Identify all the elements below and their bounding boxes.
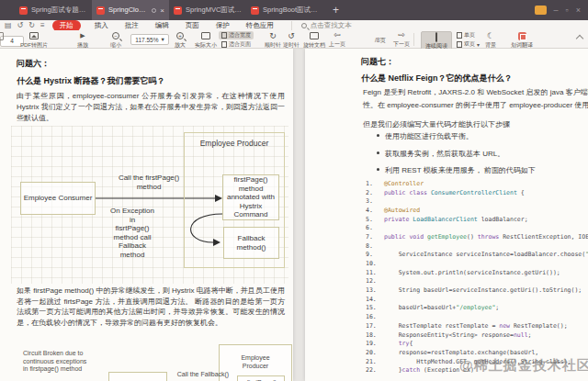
on-exception-label: On Exception in fisrtPage() method call … <box>103 207 162 259</box>
question7-title: 什么是 Netflix Feign？它的优点是什么？ <box>361 73 513 84</box>
circuit-broken-note: Circuit Broken due to continuous excepti… <box>23 350 86 374</box>
pdf-file-icon <box>96 6 105 15</box>
tab-label: SpringMVC面试专题及答案.pdf <box>186 6 242 15</box>
tab-spring[interactable]: Spring面试专题及答案.pdf <box>15 0 92 20</box>
menu-page[interactable]: 页面 <box>177 21 208 30</box>
continuous-reading-icon <box>435 32 437 42</box>
list-item: 使用功能区进行负载平衡。 <box>377 131 588 141</box>
background-button[interactable]: ☾ 背景 <box>485 31 496 50</box>
code-line: 9. ServiceInstance serviceInstance=loadB… <box>366 251 588 260</box>
question6-label: 问题六： <box>17 58 50 70</box>
app-window: Spring面试专题及答案.pdf SpringClou...式专题及答案.pd… <box>0 0 588 381</box>
watermark: @稀土掘金技术社区 <box>459 357 588 375</box>
actual-size-button[interactable]: 实际大小 <box>195 31 217 50</box>
page-layout-stack: 单页 双页 ▾ <box>454 31 482 49</box>
collapse-toolbar-icon[interactable] <box>576 35 583 42</box>
toolbar: PDF转图片 ▶ 播放 − 缩小 117.55% ▾ + 放大 实际大小 适合宽… <box>0 30 588 49</box>
redo-icon[interactable]: ↻ <box>28 20 35 30</box>
moon-icon: ☾ <box>487 31 494 40</box>
clipped-tool-icon[interactable] <box>0 32 4 40</box>
undo-icon[interactable]: ↺ <box>17 20 24 30</box>
question6-paragraph: 由于某些原因，employee-consumer 公开服务会引发异常，在这种情况… <box>17 91 285 124</box>
document-viewport[interactable]: 问题六： 什么是 Hystrix 断路器？我们需要它吗？ 由于某些原因，empl… <box>0 49 588 381</box>
maximize-icon[interactable]: ▫ <box>566 0 569 20</box>
code-block: 1.@Controller2.public class ConsumerCont… <box>366 179 588 375</box>
divider <box>413 33 414 46</box>
play-button[interactable]: ▶ 播放 <box>77 31 88 50</box>
list-item: 获取服务实例，然后获取基本 URL。 <box>377 149 588 159</box>
single-page-icon <box>457 32 462 39</box>
page-total-label: /8页 <box>375 37 386 45</box>
tab-springboot[interactable]: SpringBoot面试专题及答案.pdf <box>246 0 323 20</box>
menu-insert[interactable]: 插入 <box>86 21 117 30</box>
window-close-icon[interactable]: × <box>576 0 581 20</box>
code-line: 1.@Controller <box>366 179 588 188</box>
pdf-file-icon <box>19 6 28 15</box>
pdf-page-right: 问题七： 什么是 Netflix Feign？它的优点是什么？ Feign 是受… <box>305 49 588 381</box>
code-line: 5.private LoadBalancerClient loadBalance… <box>366 215 588 224</box>
rotate-ccw-icon: ↺ <box>288 31 295 40</box>
chevron-down-icon: ▾ <box>477 41 480 48</box>
firstpage-box: firstPage() method annotated with Hystri… <box>222 174 279 220</box>
double-page-button[interactable]: 双页 ▾ <box>454 40 482 49</box>
rotate-ccw-button[interactable]: ↺ 逆时针 <box>283 31 300 50</box>
translate-button[interactable]: 划词翻译 <box>511 31 533 50</box>
tab-springmvc[interactable]: SpringMVC面试专题及答案.pdf <box>169 0 246 20</box>
fit-mode-stack: 适合宽度 适合页面 <box>219 31 254 49</box>
call-firstpage-label: Call the firstPage() method <box>101 174 197 191</box>
menu-annotate[interactable]: 批注 <box>117 21 147 30</box>
save-icon[interactable]: ▤ <box>5 20 12 30</box>
rotate-cw-button[interactable]: ↻ 顺时针 <box>265 31 281 50</box>
find-text-button[interactable]: 点击查找文本 <box>291 21 352 30</box>
menu-protect[interactable]: 保护 <box>208 21 238 30</box>
menu-features[interactable]: 特色应用 <box>238 21 282 30</box>
code-line: 20. response=restTemplate.exchange(baseU… <box>366 348 588 357</box>
rotate-doc-button[interactable]: 旋转文档 <box>303 31 325 50</box>
call-fallback-label: Call the Fallback() <box>171 371 235 379</box>
code-line: 16. <box>366 312 588 321</box>
pdf-file-icon <box>251 6 259 15</box>
menubar: ▤ ↺ ↻ ≡ 开始 插入 批注 编辑 页面 保护 特色应用 点击查找文本 <box>0 20 588 30</box>
menu-icon[interactable]: ≡ <box>40 20 45 30</box>
fit-width-button[interactable]: 适合宽度 <box>219 31 254 39</box>
circuit-breaker-paragraph: 如果 firstPage method() 中的异常继续发生，则 Hystrix… <box>17 286 285 328</box>
minimize-icon[interactable]: – <box>554 0 559 20</box>
code-line: 7.public void getEmployee() throws RestC… <box>366 232 588 241</box>
menu-start[interactable]: 开始 <box>52 20 81 31</box>
chevron-down-icon: ▾ <box>161 36 164 43</box>
zoom-out-icon: − <box>112 32 119 39</box>
play-icon: ▶ <box>80 31 85 40</box>
zoom-in-button[interactable]: + 放大 <box>175 31 186 50</box>
question6-title: 什么是 Hystrix 断路器？我们需要它吗？ <box>17 75 165 87</box>
pdf-file-icon <box>174 6 182 15</box>
single-page-button[interactable]: 单页 <box>454 31 482 39</box>
zoom-in-icon: + <box>176 32 184 39</box>
tab-springcloud-active[interactable]: SpringClou...式专题及答案.pdf × <box>92 0 169 20</box>
producer-title: Employee Producer <box>187 139 281 148</box>
zoom-out-button[interactable]: − 缩小 <box>110 31 121 50</box>
code-line: 6. <box>366 223 588 232</box>
code-line: 18. ResponseEntity<String> response=null… <box>366 331 588 340</box>
new-tab-button[interactable]: + <box>323 0 348 20</box>
code-line: 2.public class ConsumerControllerClient … <box>366 188 588 197</box>
pdf-to-image-button[interactable]: PDF转图片 <box>20 31 48 50</box>
pin-icon[interactable] <box>152 8 156 13</box>
next-page-button[interactable]: ⇨ 下一页 <box>393 30 410 49</box>
code-line: 11. System.out.println(serviceInstance.g… <box>366 268 588 277</box>
prev-page-button[interactable]: ⇦ 上一页 <box>329 30 345 49</box>
firstpage2-box-partial: firstPage() <box>237 375 285 381</box>
close-icon[interactable]: × <box>160 6 164 15</box>
window-tabbar: Spring面试专题及答案.pdf SpringClou...式专题及答案.pd… <box>0 0 588 20</box>
search-icon <box>301 23 307 28</box>
consumer2-box-partial <box>108 372 167 381</box>
translate-icon <box>518 32 526 40</box>
menu-edit[interactable]: 编辑 <box>147 21 177 30</box>
code-line: 10. <box>366 259 588 268</box>
member-badge-icon[interactable] <box>535 6 547 15</box>
code-line: 17. RestTemplate restTemplate = new Rest… <box>366 321 588 331</box>
zoom-level-field[interactable]: 117.55% ▾ <box>130 34 169 45</box>
actual-size-icon <box>201 32 210 39</box>
steps-intro: 但是我们必须编写大量代码才能执行以下步骤 <box>363 119 588 130</box>
code-line: 15. baseUrl=baseUrl+"/employee"; <box>366 304 588 313</box>
fit-page-button[interactable]: 适合页面 <box>219 40 254 49</box>
